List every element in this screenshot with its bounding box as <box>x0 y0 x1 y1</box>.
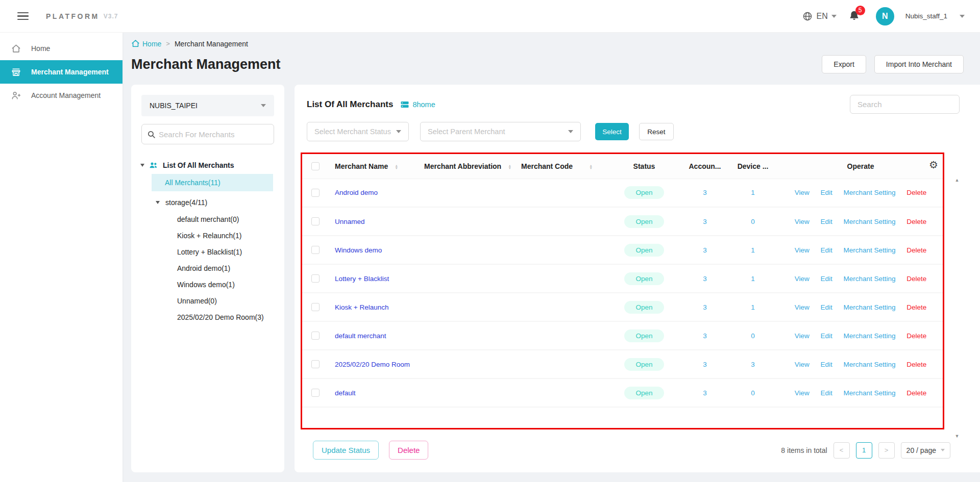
view-link[interactable]: View <box>795 275 810 283</box>
merchant-name-link[interactable]: default <box>335 389 356 397</box>
tree-root-list-of-all-merchants[interactable]: List Of All Merchants <box>131 158 284 173</box>
tree-item-merchant[interactable]: Lottery + Blacklist(1) <box>131 244 284 260</box>
device-count-link[interactable]: 1 <box>751 303 755 311</box>
row-checkbox[interactable] <box>311 246 320 254</box>
scroll-up-icon[interactable]: ▲ <box>955 177 960 183</box>
pagination-next-button[interactable]: > <box>878 442 895 459</box>
delete-link[interactable]: Delete <box>906 275 926 283</box>
view-link[interactable]: View <box>795 303 810 311</box>
view-link[interactable]: View <box>795 218 810 225</box>
edit-link[interactable]: Edit <box>820 389 832 397</box>
row-checkbox[interactable] <box>311 332 320 340</box>
account-count-link[interactable]: 3 <box>703 246 707 254</box>
select-all-checkbox[interactable] <box>311 162 320 170</box>
column-settings-gear-icon[interactable]: ⚙︎ <box>929 160 938 170</box>
delete-link[interactable]: Delete <box>906 332 926 340</box>
merchant-name-link[interactable]: default merchant <box>335 332 386 340</box>
device-count-link[interactable]: 1 <box>751 189 755 196</box>
merchant-name-link[interactable]: Lottery + Blacklist <box>335 275 389 283</box>
table-scrollbar[interactable]: ▲ ▼ <box>953 177 961 439</box>
row-checkbox[interactable] <box>311 217 320 225</box>
edit-link[interactable]: Edit <box>820 275 832 283</box>
scroll-down-icon[interactable]: ▼ <box>955 434 960 439</box>
sort-icon[interactable]: ▲▼ <box>508 164 511 169</box>
account-count-link[interactable]: 3 <box>703 361 707 368</box>
row-checkbox[interactable] <box>311 274 320 283</box>
avatar[interactable]: N <box>876 7 894 26</box>
view-link[interactable]: View <box>795 246 810 254</box>
edit-link[interactable]: Edit <box>820 361 832 368</box>
account-count-link[interactable]: 3 <box>703 218 707 225</box>
device-count-link[interactable]: 1 <box>751 275 755 283</box>
import-into-merchant-button[interactable]: Import Into Merchant <box>874 55 964 73</box>
pagination-prev-button[interactable]: < <box>834 442 850 459</box>
bulk-delete-button[interactable]: Delete <box>389 441 428 460</box>
language-selector[interactable]: EN <box>802 11 836 21</box>
export-button[interactable]: Export <box>822 55 866 73</box>
sidebar-item-account-management[interactable]: Account Management <box>0 84 122 107</box>
delete-link[interactable]: Delete <box>906 389 926 397</box>
current-node-link[interactable]: 8home <box>400 100 435 109</box>
table-search-input[interactable] <box>850 95 960 114</box>
edit-link[interactable]: Edit <box>820 246 832 254</box>
tree-item-merchant[interactable]: Windows demo(1) <box>131 276 284 293</box>
row-checkbox[interactable] <box>311 389 320 397</box>
delete-link[interactable]: Delete <box>906 189 926 196</box>
merchant-search-input[interactable] <box>159 130 268 139</box>
breadcrumb-home-link[interactable]: Home <box>131 39 161 48</box>
user-menu-chevron-icon[interactable] <box>960 15 965 18</box>
edit-link[interactable]: Edit <box>820 189 832 196</box>
edit-link[interactable]: Edit <box>820 303 832 311</box>
merchant-setting-link[interactable]: Merchant Setting <box>843 361 895 368</box>
tree-item-merchant[interactable]: 2025/02/20 Demo Room(3) <box>131 309 284 325</box>
device-count-link[interactable]: 0 <box>751 332 755 340</box>
merchant-setting-link[interactable]: Merchant Setting <box>843 275 895 283</box>
device-count-link[interactable]: 0 <box>751 389 755 397</box>
delete-link[interactable]: Delete <box>906 246 926 254</box>
update-status-button[interactable]: Update Status <box>313 441 379 460</box>
tree-group-storage[interactable]: storage(4/11) <box>131 194 284 211</box>
notifications-button[interactable]: 5 <box>849 10 860 22</box>
pagination-page-1[interactable]: 1 <box>856 442 872 459</box>
device-count-link[interactable]: 3 <box>751 361 755 368</box>
delete-link[interactable]: Delete <box>906 361 926 368</box>
edit-link[interactable]: Edit <box>820 218 832 225</box>
sort-icon[interactable]: ▲▼ <box>395 164 398 169</box>
tree-item-all-merchants[interactable]: All Merchants(11) <box>152 174 273 191</box>
account-count-link[interactable]: 3 <box>703 303 707 311</box>
merchant-setting-link[interactable]: Merchant Setting <box>843 332 895 340</box>
view-link[interactable]: View <box>795 361 810 368</box>
merchant-setting-link[interactable]: Merchant Setting <box>843 189 895 196</box>
merchant-name-link[interactable]: Kiosk + Relaunch <box>335 303 388 311</box>
select-button[interactable]: Select <box>595 123 629 140</box>
merchant-name-link[interactable]: Windows demo <box>335 246 382 254</box>
edit-link[interactable]: Edit <box>820 332 832 340</box>
account-count-link[interactable]: 3 <box>703 332 707 340</box>
merchant-setting-link[interactable]: Merchant Setting <box>843 303 895 311</box>
device-count-link[interactable]: 1 <box>751 246 755 254</box>
delete-link[interactable]: Delete <box>906 303 926 311</box>
merchant-status-select[interactable]: Select Merchant Status <box>307 122 409 141</box>
parent-merchant-select[interactable]: Select Parent Merchant <box>420 122 581 141</box>
sidebar-item-home[interactable]: Home <box>0 37 122 60</box>
tree-item-merchant[interactable]: Unnamed(0) <box>131 293 284 309</box>
row-checkbox[interactable] <box>311 303 320 311</box>
merchant-name-link[interactable]: 2025/02/20 Demo Room <box>335 361 410 368</box>
row-checkbox[interactable] <box>311 360 320 368</box>
merchant-setting-link[interactable]: Merchant Setting <box>843 218 895 225</box>
tree-item-merchant[interactable]: Android demo(1) <box>131 260 284 276</box>
merchant-setting-link[interactable]: Merchant Setting <box>843 246 895 254</box>
delete-link[interactable]: Delete <box>906 218 926 225</box>
tree-item-merchant[interactable]: default merchant(0) <box>131 211 284 227</box>
page-size-select[interactable]: 20 / page <box>901 442 950 459</box>
row-checkbox[interactable] <box>311 189 320 197</box>
view-link[interactable]: View <box>795 189 810 196</box>
device-count-link[interactable]: 0 <box>751 218 755 225</box>
merchant-name-link[interactable]: Unnamed <box>335 218 365 225</box>
tree-expand-caret-icon[interactable] <box>140 164 144 167</box>
account-count-link[interactable]: 3 <box>703 389 707 397</box>
account-count-link[interactable]: 3 <box>703 275 707 283</box>
organization-select[interactable]: NUBIS_TAIPEI <box>141 95 274 116</box>
sidebar-item-merchant-management[interactable]: Merchant Management <box>0 60 122 84</box>
tree-expand-caret-icon[interactable] <box>156 201 160 204</box>
